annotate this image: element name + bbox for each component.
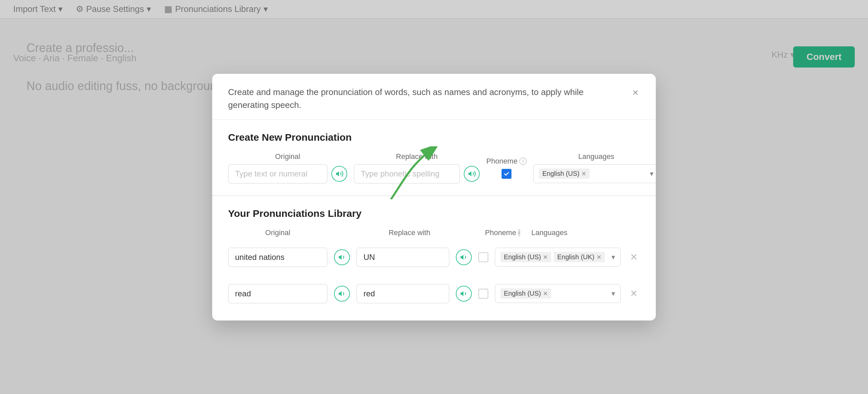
lib-delete-button-2[interactable]: ✕ xyxy=(627,285,640,302)
lib-original-sound-button-2[interactable] xyxy=(334,286,350,302)
phoneme-col: Phoneme i xyxy=(486,157,527,179)
create-section-title: Create New Pronunciation xyxy=(228,132,640,143)
languages-col-label: Languages xyxy=(533,152,656,161)
lib-lang-tag-remove-2a[interactable]: ✕ xyxy=(543,290,548,297)
lib-lang-tag-remove-1a[interactable]: ✕ xyxy=(543,253,548,261)
languages-col: Languages English (US) ✕ ▾ xyxy=(533,152,656,183)
library-headers-row: Original Replace with Phoneme i Language… xyxy=(228,229,640,237)
lib-replace-header: Replace with xyxy=(363,229,456,237)
lib-replace-input-1[interactable] xyxy=(356,248,449,267)
phoneme-col-label: Phoneme i xyxy=(486,157,527,165)
lib-original-sound-button-1[interactable] xyxy=(334,249,350,265)
green-arrow-svg xyxy=(384,146,444,199)
lib-replace-sound-button-1[interactable] xyxy=(456,249,472,265)
speaker-icon-replace xyxy=(467,170,476,178)
original-sound-button[interactable] xyxy=(331,166,347,182)
lib-lang-tag-remove-1b[interactable]: ✕ xyxy=(596,253,601,261)
lang-tag-en-us: English (US) ✕ xyxy=(539,169,590,179)
phoneme-checkbox[interactable] xyxy=(501,169,512,179)
original-col-label: Original xyxy=(228,152,347,161)
pronunciations-library-section: Your Pronunciations Library Original Rep… xyxy=(212,196,656,321)
create-pronunciation-section: Create New Pronunciation Original xyxy=(212,120,656,196)
original-input[interactable] xyxy=(228,164,328,183)
speaker-icon-lib1-replace xyxy=(460,253,468,262)
modal-header: Create and manage the pronunciation of w… xyxy=(212,74,656,120)
lib-lang-tag-en-us-1: English (US) ✕ xyxy=(500,252,551,262)
table-row: English (US) ✕ English (UK) ✕ ▾ ✕ xyxy=(228,242,640,272)
modal-close-button[interactable]: × xyxy=(631,86,640,99)
lib-original-input-2[interactable] xyxy=(228,284,328,303)
lib-languages-select-arrow-1: ▾ xyxy=(612,253,615,262)
original-input-group xyxy=(228,164,347,183)
modal-overlay: Create and manage the pronunciation of w… xyxy=(0,0,868,394)
lib-languages-select-arrow-2: ▾ xyxy=(612,290,615,298)
lib-phoneme-info-icon[interactable]: i xyxy=(518,229,520,236)
lib-languages-select-1[interactable]: English (US) ✕ English (UK) ✕ ▾ xyxy=(495,248,621,267)
lib-delete-button-1[interactable]: ✕ xyxy=(627,249,640,265)
languages-select-arrow: ▾ xyxy=(650,170,653,178)
lib-phoneme-checkbox-2[interactable] xyxy=(478,289,488,299)
arrow-annotation xyxy=(384,146,444,201)
original-col: Original xyxy=(228,152,347,183)
lib-lang-tag-en-uk-1: English (UK) ✕ xyxy=(554,252,604,262)
lib-languages-select-2[interactable]: English (US) ✕ ▾ xyxy=(495,284,621,303)
modal-description: Create and manage the pronunciation of w… xyxy=(228,86,631,112)
checkmark-icon xyxy=(503,171,509,177)
lib-replace-input-2[interactable] xyxy=(356,284,449,303)
pronunciations-modal: Create and manage the pronunciation of w… xyxy=(212,74,656,321)
lang-tag-remove-button[interactable]: ✕ xyxy=(581,170,586,178)
phoneme-info-icon[interactable]: i xyxy=(519,158,527,165)
speaker-icon-lib2-replace xyxy=(460,290,468,298)
lib-replace-sound-button-2[interactable] xyxy=(456,286,472,302)
languages-select[interactable]: English (US) ✕ ▾ xyxy=(533,164,656,183)
library-section-title: Your Pronunciations Library xyxy=(228,208,640,219)
lib-languages-header: Languages xyxy=(531,229,567,237)
lib-original-header: Original xyxy=(228,229,328,237)
lib-phoneme-checkbox-1[interactable] xyxy=(478,252,488,262)
speaker-icon-lib2 xyxy=(338,290,346,298)
table-row: English (US) ✕ ▾ ✕ xyxy=(228,279,640,309)
replace-sound-button[interactable] xyxy=(464,166,480,182)
speaker-icon-lib1 xyxy=(338,253,346,262)
speaker-icon xyxy=(335,170,344,178)
lib-original-input-1[interactable] xyxy=(228,248,328,267)
lib-lang-tag-en-us-2: English (US) ✕ xyxy=(500,289,551,299)
lib-phoneme-header: Phoneme i xyxy=(485,229,512,237)
